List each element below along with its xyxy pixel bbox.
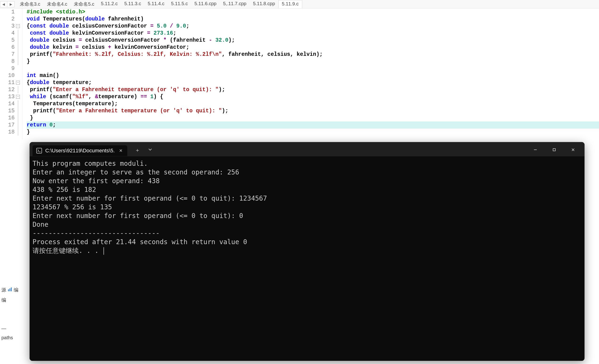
minimize-button[interactable] <box>526 144 545 156</box>
terminal-tab-actions: ＋ <box>132 145 155 155</box>
fold-toggle[interactable]: − <box>16 81 20 85</box>
svg-rect-4 <box>11 288 12 291</box>
terminal-output[interactable]: This program computes moduli.Enter an in… <box>30 156 584 258</box>
file-tab[interactable]: 5.11.8.cpp <box>250 0 278 8</box>
file-tab[interactable]: 未命名4.c <box>44 0 71 8</box>
svg-rect-1 <box>553 149 555 151</box>
file-tab[interactable]: 未命名5.c <box>70 0 97 8</box>
panel-item-compile[interactable]: 编 <box>0 295 21 305</box>
terminal-tab[interactable]: C:\Users\92119\Documents\5. ✕ <box>33 145 127 156</box>
tab-prev-button[interactable]: ◀ <box>0 1 7 7</box>
line-gutter: 123−4567891011−1213−1415161718 <box>0 8 22 139</box>
panel-item-source[interactable]: 源 编 <box>0 285 21 295</box>
file-tab[interactable]: 5.11.2.c <box>97 0 121 8</box>
tab-next-button[interactable]: ▶ <box>7 1 14 7</box>
terminal-tab-close[interactable]: ✕ <box>118 148 123 153</box>
terminal-titlebar[interactable]: C:\Users\92119\Documents\5. ✕ ＋ <box>30 142 584 156</box>
terminal-icon <box>36 148 42 153</box>
close-button[interactable] <box>564 144 582 156</box>
terminal-window: C:\Users\92119\Documents\5. ✕ ＋ This pro… <box>29 142 585 361</box>
file-tab[interactable]: 5.11.6.cpp <box>191 0 220 8</box>
terminal-dropdown-button[interactable] <box>145 146 155 155</box>
code-area[interactable]: #include <stdio.h>void Temperatures(doub… <box>22 8 599 139</box>
fold-toggle[interactable]: − <box>16 95 20 99</box>
terminal-new-tab-button[interactable]: ＋ <box>132 145 143 155</box>
file-tab[interactable]: 5,.11.7.cpp <box>220 0 250 8</box>
left-panel: 源 编 编 — paths <box>0 285 21 342</box>
panel-item-paths[interactable]: paths <box>0 333 21 342</box>
file-tab[interactable]: 5.11.4.c <box>144 0 167 8</box>
maximize-button[interactable] <box>545 144 564 156</box>
svg-rect-2 <box>8 289 9 291</box>
file-tab[interactable]: 5.11.5.c <box>168 0 191 8</box>
file-tab[interactable]: 5.11.3.c <box>121 0 144 8</box>
window-controls <box>526 144 582 156</box>
tab-nav-arrows: ◀ ▶ <box>0 1 15 7</box>
terminal-tab-title: C:\Users\92119\Documents\5. <box>45 148 115 154</box>
file-tab[interactable]: 5.11.9.c <box>278 0 302 8</box>
fold-toggle[interactable]: − <box>16 24 20 28</box>
svg-rect-3 <box>9 288 10 291</box>
chart-icon <box>8 287 12 293</box>
tab-bar: ◀ ▶ 未命名3.c未命名4.c未命名5.c5.11.2.c5.11.3.c5.… <box>0 0 599 8</box>
file-tab[interactable]: 未命名3.c <box>17 0 44 8</box>
code-editor[interactable]: 123−4567891011−1213−1415161718 #include … <box>0 8 599 139</box>
